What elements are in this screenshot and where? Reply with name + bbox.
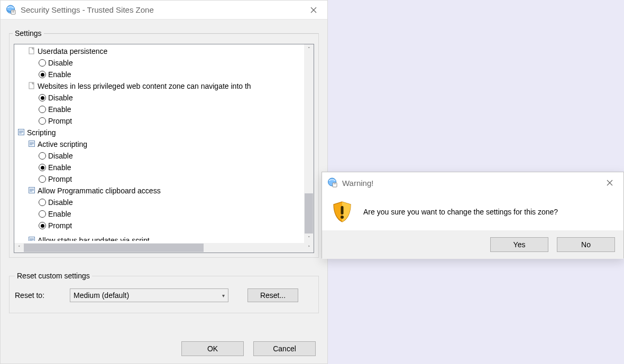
tree-item[interactable]: Scripting: [14, 127, 304, 138]
reset-row: Reset to: Medium (default) ▾ Reset...: [15, 288, 313, 302]
radio-label: Prompt: [48, 221, 72, 230]
tree-item[interactable]: Allow Programmatic clipboard access: [14, 185, 304, 197]
radio-label: Enable: [48, 105, 71, 114]
radio-label: Enable: [48, 210, 71, 218]
scroll-thumb-vertical[interactable]: [305, 193, 313, 234]
tree-item-label: Userdata persistence: [38, 47, 107, 55]
close-icon: [607, 180, 613, 186]
svg-point-20: [341, 216, 344, 219]
scroll-right-button[interactable]: ˃: [304, 243, 314, 253]
no-button[interactable]: No: [557, 237, 615, 252]
radio-icon: [39, 210, 46, 218]
internet-options-icon: [327, 178, 338, 188]
radio-label: Disable: [48, 198, 73, 207]
tree-item[interactable]: Active scripting: [14, 138, 304, 150]
radio-label: Enable: [48, 163, 71, 172]
reset-group: Reset custom settings Reset to: Medium (…: [9, 272, 319, 313]
warning-titlebar: Warning!: [322, 172, 623, 193]
tree-item[interactable]: Userdata persistence: [14, 45, 304, 57]
titlebar: Security Settings - Trusted Sites Zone: [1, 1, 327, 20]
radio-icon: [39, 152, 46, 160]
chevron-right-icon: ˃: [308, 245, 310, 250]
chevron-down-icon: ▾: [222, 293, 225, 298]
warning-title: Warning!: [342, 179, 373, 188]
radio-icon: [39, 164, 46, 171]
tree-radio-option[interactable]: Disable: [14, 57, 304, 69]
script-icon: [28, 140, 35, 149]
radio-icon: [39, 199, 46, 206]
radio-icon: [39, 94, 46, 101]
tree-radio-option[interactable]: Disable: [14, 150, 304, 162]
ok-button[interactable]: OK: [181, 341, 244, 356]
tree-radio-option[interactable]: Enable: [14, 162, 304, 173]
vertical-scrollbar[interactable]: ˄ ˅: [304, 44, 314, 243]
yes-button[interactable]: Yes: [490, 237, 548, 252]
radio-icon: [39, 222, 46, 229]
tree-radio-option[interactable]: Prompt: [14, 173, 304, 185]
radio-label: Prompt: [48, 175, 72, 183]
scroll-left-button[interactable]: ˂: [14, 243, 24, 253]
tree-item-label: Websites in less privileged web content …: [38, 82, 251, 90]
tree-item-label: Active scripting: [38, 140, 87, 148]
radio-label: Enable: [48, 70, 71, 79]
radio-label: Disable: [48, 152, 73, 160]
tree-item-label: Scripting: [27, 128, 56, 137]
internet-options-icon: [6, 5, 16, 15]
scroll-down-button[interactable]: ˅: [304, 234, 314, 243]
tree-item-label: Allow status bar updates via script: [38, 236, 150, 241]
chevron-left-icon: ˂: [18, 245, 21, 250]
security-settings-dialog: Security Settings - Trusted Sites Zone S…: [0, 0, 328, 364]
reset-legend: Reset custom settings: [15, 272, 92, 280]
radio-label: Disable: [48, 94, 73, 102]
horizontal-scrollbar[interactable]: ˂ ˃: [14, 243, 314, 253]
radio-icon: [39, 106, 46, 113]
tree-radio-option[interactable]: Enable: [14, 104, 304, 115]
tree-radio-option[interactable]: Prompt: [14, 115, 304, 127]
reset-button[interactable]: Reset...: [247, 288, 298, 302]
settings-tree: Userdata persistenceDisableEnableWebsite…: [14, 44, 314, 253]
radio-label: Prompt: [48, 117, 72, 125]
dialog-action-row: OK Cancel: [9, 333, 319, 357]
settings-group: Settings Userdata persistenceDisableEnab…: [9, 29, 319, 258]
scroll-up-button[interactable]: ˄: [304, 44, 314, 54]
dialog-body: Settings Userdata persistenceDisableEnab…: [1, 20, 327, 363]
reset-to-label: Reset to:: [15, 291, 65, 300]
cancel-button[interactable]: Cancel: [253, 341, 316, 356]
warning-message: Are you sure you want to change the sett…: [363, 208, 558, 216]
tree-item[interactable]: Websites in less privileged web content …: [14, 80, 304, 92]
close-button[interactable]: [305, 3, 322, 17]
tree-item-label: Allow Programmatic clipboard access: [38, 186, 161, 195]
warning-action-row: Yes No: [322, 230, 623, 259]
radio-label: Disable: [48, 59, 73, 67]
tree-radio-option[interactable]: Enable: [14, 208, 304, 220]
radio-icon: [39, 175, 46, 183]
svg-rect-19: [341, 206, 344, 214]
document-icon: [28, 82, 35, 91]
script-icon: [28, 186, 35, 195]
warning-shield-icon: [331, 200, 354, 223]
dialog-title: Security Settings - Trusted Sites Zone: [21, 5, 154, 14]
tree-radio-option[interactable]: Enable: [14, 69, 304, 80]
close-icon: [310, 7, 317, 13]
tree-item-partial: Allow status bar updates via script: [14, 231, 304, 241]
warning-dialog: Warning! Are you sure you want to change…: [322, 172, 624, 258]
chevron-down-icon: ˅: [308, 236, 310, 241]
document-icon: [28, 47, 35, 56]
tree-radio-option[interactable]: Disable: [14, 92, 304, 104]
reset-level-combobox[interactable]: Medium (default) ▾: [70, 288, 228, 302]
radio-icon: [39, 59, 46, 67]
tree-content: Userdata persistenceDisableEnableWebsite…: [14, 44, 304, 243]
radio-icon: [39, 117, 46, 125]
tree-radio-option[interactable]: Prompt: [14, 220, 304, 231]
tree-radio-option[interactable]: Disable: [14, 197, 304, 208]
svg-rect-15: [333, 183, 337, 187]
chevron-up-icon: ˄: [308, 46, 310, 52]
scroll-thumb-horizontal[interactable]: [24, 244, 204, 252]
settings-legend: Settings: [13, 29, 44, 38]
warning-body: Are you sure you want to change the sett…: [322, 193, 623, 230]
warning-close-button[interactable]: [601, 175, 618, 190]
script-category-icon: [17, 128, 25, 137]
radio-icon: [39, 71, 46, 78]
combobox-selected-value: Medium (default): [74, 291, 129, 300]
